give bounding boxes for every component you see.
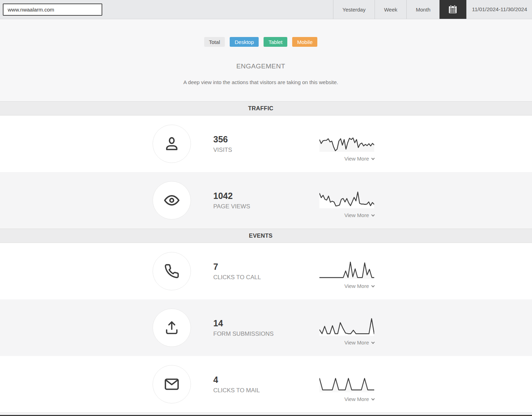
section-header-traffic: TRAFFIC <box>0 101 532 116</box>
visits-sparkline <box>319 134 374 152</box>
chevron-down-icon <box>371 397 375 401</box>
clicks-to-mail-value: 4 <box>213 375 318 385</box>
filter-button-mobile[interactable]: Mobile <box>292 37 317 47</box>
device-filter-group: Total Desktop Tablet Mobile <box>0 37 522 47</box>
visits-value: 356 <box>213 134 318 144</box>
range-button-week[interactable]: Week <box>375 0 406 19</box>
calendar-range-button[interactable] <box>439 0 466 19</box>
clicks-to-mail-icon-circle <box>153 365 191 403</box>
form-submissions-label: FORM SUBMISSIONS <box>213 330 318 337</box>
clicks-to-call-label: CLICKS TO CALL <box>213 274 318 281</box>
chevron-down-icon <box>371 284 375 288</box>
user-icon <box>164 136 180 152</box>
metric-row-clicks-to-call: 7 CLICKS TO CALL View More <box>0 243 532 299</box>
chevron-down-icon <box>371 341 375 344</box>
page-views-view-more-link[interactable]: View More <box>319 212 374 218</box>
clicks-to-mail-view-more-link[interactable]: View More <box>319 396 374 402</box>
clicks-to-mail-sparkline <box>319 374 374 392</box>
page-title: ENGAGEMENT <box>0 62 522 70</box>
metric-row-clicks-to-mail: 4 CLICKS TO MAIL View More <box>0 356 532 413</box>
visits-view-more-link[interactable]: View More <box>319 156 374 162</box>
mail-icon <box>164 376 180 392</box>
eye-icon <box>163 192 180 209</box>
view-more-label: View More <box>344 283 369 289</box>
page-views-stat: 1042 PAGE VIEWS <box>213 191 318 210</box>
clicks-to-call-spark-area: View More <box>319 261 374 289</box>
chevron-down-icon <box>371 157 375 160</box>
date-range-label: 11/01/2024-11/30/2024 <box>466 0 532 19</box>
chevron-down-icon <box>371 213 375 217</box>
clicks-to-call-value: 7 <box>213 262 318 272</box>
clicks-to-call-view-more-link[interactable]: View More <box>319 283 374 289</box>
toolbar-spacer <box>102 0 333 19</box>
top-toolbar: Yesterday Week Month 11/01/2024-11/30/20… <box>0 0 532 19</box>
range-button-month[interactable]: Month <box>406 0 439 19</box>
form-submissions-value: 14 <box>213 318 318 328</box>
page-views-sparkline <box>319 190 374 208</box>
visits-spark-area: View More <box>319 134 374 162</box>
visits-icon-circle <box>153 125 191 163</box>
clicks-to-mail-label: CLICKS TO MAIL <box>213 387 318 394</box>
metric-row-visits: 356 VISITS View More <box>0 116 532 172</box>
clicks-to-mail-spark-area: View More <box>319 374 374 402</box>
visits-label: VISITS <box>213 147 318 154</box>
metric-row-form-submissions: 14 FORM SUBMISSIONS View More <box>0 299 532 356</box>
page-views-icon-circle <box>153 181 191 220</box>
visits-stat: 356 VISITS <box>213 134 318 154</box>
page-subtitle: A deep view into the actions that visito… <box>0 79 522 85</box>
view-more-label: View More <box>344 212 369 218</box>
filter-button-total[interactable]: Total <box>204 37 225 47</box>
view-more-label: View More <box>344 340 369 346</box>
page-views-label: PAGE VIEWS <box>213 203 318 210</box>
form-submissions-sparkline <box>319 318 374 336</box>
metric-row-page-views: 1042 PAGE VIEWS View More <box>0 172 532 229</box>
range-button-yesterday[interactable]: Yesterday <box>333 0 375 19</box>
footer-divider <box>0 413 532 415</box>
clicks-to-call-icon-circle <box>153 252 191 290</box>
form-submissions-stat: 14 FORM SUBMISSIONS <box>213 318 318 337</box>
clicks-to-mail-stat: 4 CLICKS TO MAIL <box>213 375 318 394</box>
clicks-to-call-stat: 7 CLICKS TO CALL <box>213 262 318 281</box>
filter-button-desktop[interactable]: Desktop <box>230 37 259 47</box>
page-views-spark-area: View More <box>319 190 374 218</box>
form-submissions-spark-area: View More <box>319 318 374 346</box>
phone-icon <box>164 263 179 279</box>
view-more-label: View More <box>344 156 369 162</box>
view-more-label: View More <box>344 396 369 402</box>
calendar-icon <box>448 5 458 14</box>
upload-icon <box>164 320 179 335</box>
form-submissions-icon-circle <box>153 309 191 347</box>
website-url-input[interactable] <box>3 3 102 16</box>
filter-button-tablet[interactable]: Tablet <box>264 37 287 47</box>
page-views-value: 1042 <box>213 191 318 201</box>
form-submissions-view-more-link[interactable]: View More <box>319 340 374 346</box>
clicks-to-call-sparkline <box>319 261 374 279</box>
section-header-events: EVENTS <box>0 229 532 243</box>
engagement-dashboard: Yesterday Week Month 11/01/2024-11/30/20… <box>0 0 532 416</box>
